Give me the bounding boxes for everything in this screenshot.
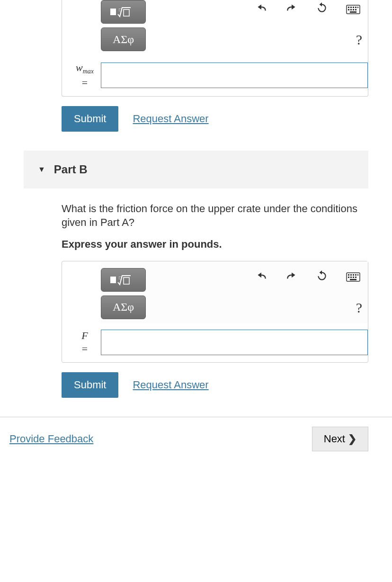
collapse-icon: ▼ xyxy=(38,165,45,174)
chevron-right-icon: ❯ xyxy=(348,433,356,445)
svg-rect-23 xyxy=(348,277,349,278)
svg-rect-11 xyxy=(353,9,354,10)
part-a-actions: Submit Request Answer xyxy=(62,106,368,132)
svg-rect-25 xyxy=(353,277,354,278)
svg-rect-22 xyxy=(357,274,358,276)
undo-button[interactable] xyxy=(253,268,269,287)
help-button[interactable]: ? xyxy=(356,300,362,316)
svg-rect-21 xyxy=(355,274,356,276)
math-template-icon: □ xyxy=(109,273,138,287)
provide-feedback-link[interactable]: Provide Feedback xyxy=(9,433,93,445)
submit-button[interactable]: Submit xyxy=(62,106,118,132)
undo-button[interactable] xyxy=(253,0,269,19)
part-b-toolbar: □ ΑΣφ xyxy=(101,261,368,323)
next-button[interactable]: Next ❯ xyxy=(312,427,368,451)
svg-rect-26 xyxy=(355,277,356,278)
reset-icon xyxy=(316,270,328,282)
redo-button[interactable] xyxy=(284,0,300,19)
greek-symbols-button[interactable]: ΑΣφ xyxy=(101,27,146,51)
redo-icon xyxy=(285,270,298,282)
part-b-actions: Submit Request Answer xyxy=(62,372,368,398)
undo-icon xyxy=(255,2,267,14)
help-button[interactable]: ? xyxy=(356,32,362,48)
part-b-instruction: Express your answer in pounds. xyxy=(62,238,368,251)
page-footer: Provide Feedback Next ❯ xyxy=(0,417,392,461)
svg-rect-20 xyxy=(353,274,354,276)
part-a-answer-box: □ ΑΣφ xyxy=(62,0,368,97)
svg-rect-8 xyxy=(357,7,358,8)
part-b-variable-label: F = xyxy=(69,330,101,356)
undo-icon xyxy=(255,270,267,282)
svg-rect-7 xyxy=(355,7,356,8)
svg-rect-0 xyxy=(110,9,116,15)
reset-icon xyxy=(316,2,328,14)
svg-rect-6 xyxy=(353,7,354,8)
svg-rect-18 xyxy=(348,274,349,276)
math-template-button[interactable]: □ xyxy=(101,268,146,292)
reset-button[interactable] xyxy=(314,0,330,19)
next-label: Next xyxy=(324,433,345,445)
svg-rect-10 xyxy=(350,9,352,10)
part-a-variable-label: wmax = xyxy=(69,62,101,90)
part-b-answer-input[interactable] xyxy=(101,330,368,355)
redo-icon xyxy=(285,2,298,14)
reset-button[interactable] xyxy=(314,268,330,287)
svg-rect-13 xyxy=(350,11,356,13)
greek-symbols-button[interactable]: ΑΣφ xyxy=(101,295,146,319)
keyboard-icon xyxy=(346,5,360,14)
svg-rect-5 xyxy=(350,7,352,8)
svg-rect-4 xyxy=(348,7,349,8)
keyboard-icon xyxy=(346,272,360,282)
keyboard-button[interactable] xyxy=(344,268,362,287)
svg-rect-9 xyxy=(348,9,349,10)
svg-rect-16 xyxy=(124,278,129,284)
part-a-input-row: wmax = xyxy=(69,62,368,90)
svg-rect-14 xyxy=(110,277,116,283)
svg-rect-27 xyxy=(350,279,356,280)
svg-rect-19 xyxy=(350,274,352,276)
svg-rect-12 xyxy=(355,9,356,10)
math-template-icon: □ xyxy=(109,5,138,19)
keyboard-button[interactable] xyxy=(344,0,362,19)
part-b-header[interactable]: ▼ Part B xyxy=(24,151,368,188)
submit-button[interactable]: Submit xyxy=(62,372,118,398)
part-a-toolbar: □ ΑΣφ xyxy=(101,0,368,55)
part-b-question: What is the friction force on the upper … xyxy=(62,202,368,230)
redo-button[interactable] xyxy=(284,268,300,287)
part-b-answer-box: □ ΑΣφ xyxy=(62,261,368,363)
part-a-answer-input[interactable] xyxy=(101,63,368,88)
svg-rect-2 xyxy=(124,9,129,16)
math-template-button[interactable]: □ xyxy=(101,0,146,24)
svg-rect-24 xyxy=(350,277,352,278)
request-answer-link[interactable]: Request Answer xyxy=(133,379,208,391)
part-b-input-row: F = xyxy=(69,330,368,356)
part-b-title: Part B xyxy=(54,163,88,176)
request-answer-link[interactable]: Request Answer xyxy=(133,113,208,125)
